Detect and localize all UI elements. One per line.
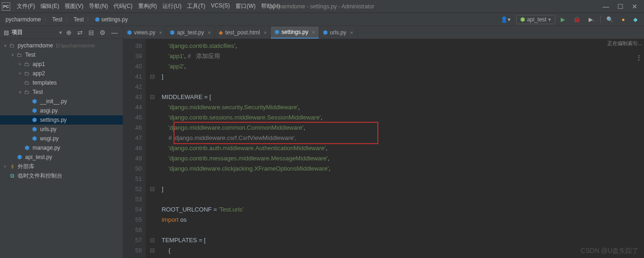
- code-line-46[interactable]: 'django.middleware.common.CommonMiddlewa…: [149, 123, 644, 133]
- code-line-41[interactable]: ⊟ ]: [149, 72, 644, 82]
- gutter[interactable]: 3839404142434445464748495051525354555657…: [123, 39, 146, 258]
- tree-arrow-icon[interactable]: ∨: [2, 43, 8, 48]
- hide-sidebar-icon[interactable]: —: [110, 29, 119, 36]
- tab-close-icon[interactable]: ×: [158, 30, 162, 35]
- user-icon[interactable]: 👤▾: [498, 15, 513, 24]
- code-line-44[interactable]: 'django.middleware.security.SecurityMidd…: [149, 102, 644, 112]
- menu-文件(F)[interactable]: 文件(F): [14, 2, 38, 10]
- code-line-39[interactable]: 'app1', # 添加应用: [149, 51, 644, 61]
- tab-api_test.py[interactable]: ⬢api_test.py×: [166, 26, 215, 39]
- code-line-42[interactable]: [149, 82, 644, 92]
- run-coverage-button[interactable]: ▶.: [586, 15, 597, 24]
- tab-label: views.py: [134, 29, 155, 36]
- code-line-38[interactable]: 'django.contrib.staticfiles',: [149, 41, 644, 51]
- ide-updates-icon[interactable]: ●: [619, 15, 628, 24]
- titlebar: PC 文件(F)编辑(E)视图(V)导航(N)代码(C)重构(R)运行(U)工具…: [0, 0, 644, 13]
- code-line-52[interactable]: ⊟ ]: [149, 184, 644, 194]
- tree-item-api_test.py[interactable]: ⬢api_test.py: [0, 152, 123, 162]
- code-line-54[interactable]: ROOT_URLCONF = 'Test.urls': [149, 205, 644, 215]
- tree-item-__init__.py[interactable]: ⬢__init__.py: [0, 97, 123, 106]
- tree-item-pycharmdome[interactable]: ∨🗀pycharmdomeD:\pycharmdome: [0, 41, 123, 50]
- code-line-50[interactable]: 'django.middleware.clickjacking.XFrameOp…: [149, 164, 644, 174]
- code-line-40[interactable]: 'app2',: [149, 61, 644, 72]
- code-line-45[interactable]: 'django.contrib.sessions.middleware.Sess…: [149, 112, 644, 123]
- tab-test_post.html[interactable]: ◆test_post.html×: [215, 26, 271, 39]
- tree-item-Test[interactable]: ∨🗀Test: [0, 50, 123, 60]
- tree-item-app2[interactable]: >🗀app2: [0, 69, 123, 78]
- tab-close-icon[interactable]: ×: [310, 29, 315, 35]
- tab-settings.py[interactable]: ⬢settings.py×: [271, 26, 319, 39]
- tree-item-wsgi.py[interactable]: ⬢wsgi.py: [0, 134, 123, 143]
- tab-views.py[interactable]: ⬢views.py×: [123, 26, 166, 39]
- tree-item-临时文件和控制台[interactable]: ⧉临时文件和控制台: [0, 171, 123, 180]
- navigation-bar: pycharmdome〉Test〉Test〉⬢ settings.py 👤▾ ⬢…: [0, 13, 644, 26]
- window-controls: — ☐ ✕: [603, 3, 642, 10]
- code-line-47[interactable]: # 'django.middleware.csrf.CsrfViewMiddle…: [149, 133, 644, 143]
- tab-urls.py[interactable]: ⬢urls.py×: [319, 26, 357, 39]
- tree-item-settings.py[interactable]: ⬢settings.py: [0, 115, 123, 125]
- breadcrumb-separator: 〉: [86, 15, 93, 23]
- menu-代码(C)[interactable]: 代码(C): [111, 2, 135, 10]
- main-menu: 文件(F)编辑(E)视图(V)导航(N)代码(C)重构(R)运行(U)工具(T)…: [14, 2, 283, 10]
- menu-窗口(W)[interactable]: 窗口(W): [233, 2, 258, 10]
- code-line-58[interactable]: ⊟ {: [149, 245, 644, 256]
- tree-item-urls.py[interactable]: ⬢urls.py: [0, 125, 123, 134]
- code-line-53[interactable]: [149, 194, 644, 205]
- breadcrumb-item[interactable]: Test: [72, 16, 86, 23]
- breadcrumb-separator: 〉: [64, 15, 72, 23]
- tree-arrow-icon[interactable]: >: [17, 62, 23, 66]
- code-line-48[interactable]: 'django.contrib.auth.middleware.Authenti…: [149, 143, 644, 153]
- code-line-55[interactable]: import os: [149, 215, 644, 225]
- menu-重构(R)[interactable]: 重构(R): [135, 2, 160, 10]
- code-line-57[interactable]: ⊟ TEMPLATES = [: [149, 235, 644, 245]
- breadcrumb-separator: 〉: [43, 15, 50, 23]
- code-line-56[interactable]: [149, 225, 644, 235]
- select-opened-file-icon[interactable]: ⊕: [65, 29, 73, 36]
- run-config-selector[interactable]: ⬢ api_test ▾: [516, 15, 555, 24]
- breadcrumb-item[interactable]: ⬢ settings.py: [93, 16, 130, 23]
- project-tool-icon: ▤: [4, 29, 9, 36]
- menu-VCS(S)[interactable]: VCS(S): [208, 2, 233, 10]
- tree-item-templates[interactable]: 🗀templates: [0, 78, 123, 87]
- tree-arrow-icon[interactable]: >: [2, 164, 8, 169]
- menu-运行(U)[interactable]: 运行(U): [160, 2, 184, 10]
- code-line-49[interactable]: 'django.contrib.messages.middleware.Mess…: [149, 153, 644, 164]
- maximize-button[interactable]: ☐: [617, 3, 624, 10]
- tab-close-icon[interactable]: ×: [207, 30, 211, 35]
- breadcrumb-item[interactable]: pycharmdome: [4, 16, 43, 23]
- minimize-button[interactable]: —: [603, 3, 609, 10]
- menu-编辑(E)[interactable]: 编辑(E): [38, 2, 62, 10]
- tab-close-icon[interactable]: ×: [349, 30, 353, 35]
- tree-arrow-icon[interactable]: >: [17, 71, 23, 76]
- tree-item-manage.py[interactable]: ⬢manage.py: [0, 143, 123, 152]
- code-editor[interactable]: 'django.contrib.staticfiles', 'app1', # …: [146, 39, 644, 258]
- tree-item-外部库[interactable]: >⫴外部库: [0, 162, 123, 171]
- tree-arrow-icon[interactable]: ∨: [9, 53, 16, 57]
- editor-body: 3839404142434445464748495051525354555657…: [123, 39, 644, 258]
- tree-item-asgi.py[interactable]: ⬢asgi.py: [0, 106, 123, 115]
- search-icon[interactable]: 🔍: [604, 15, 616, 24]
- run-config-label: api_test: [527, 16, 546, 23]
- menu-工具(T)[interactable]: 工具(T): [184, 2, 208, 10]
- collapse-all-icon[interactable]: ⊟: [87, 29, 95, 36]
- project-tree[interactable]: ∨🗀pycharmdomeD:\pycharmdome∨🗀Test>🗀app1>…: [0, 39, 123, 258]
- toolbox-icon[interactable]: ◆: [631, 15, 640, 24]
- app-icon: PC: [2, 2, 10, 11]
- main-area: ▤ 项目 ▾ ⊕ ⇄ ⊟ ⚙ — ∨🗀pycharmdomeD:\pycharm…: [0, 26, 644, 258]
- code-line-43[interactable]: ⊟ MIDDLEWARE = [: [149, 92, 644, 102]
- menu-导航(N)[interactable]: 导航(N): [86, 2, 111, 10]
- settings-icon[interactable]: ⚙: [98, 29, 107, 36]
- tab-label: settings.py: [282, 29, 308, 35]
- tab-close-icon[interactable]: ×: [262, 30, 267, 35]
- debug-button[interactable]: 🐞: [570, 15, 583, 24]
- tree-item-Test[interactable]: ∨🗀Test: [0, 87, 123, 97]
- tree-item-app1[interactable]: >🗀app1: [0, 60, 123, 69]
- menu-视图(V)[interactable]: 视图(V): [62, 2, 86, 10]
- breadcrumb-item[interactable]: Test: [50, 16, 64, 23]
- code-line-51[interactable]: [149, 174, 644, 184]
- sidebar-header: ▤ 项目 ▾ ⊕ ⇄ ⊟ ⚙ —: [0, 26, 123, 39]
- tree-arrow-icon[interactable]: ∨: [17, 90, 23, 94]
- run-button[interactable]: ▶: [558, 15, 568, 24]
- close-button[interactable]: ✕: [632, 3, 637, 10]
- expand-all-icon[interactable]: ⇄: [76, 29, 84, 36]
